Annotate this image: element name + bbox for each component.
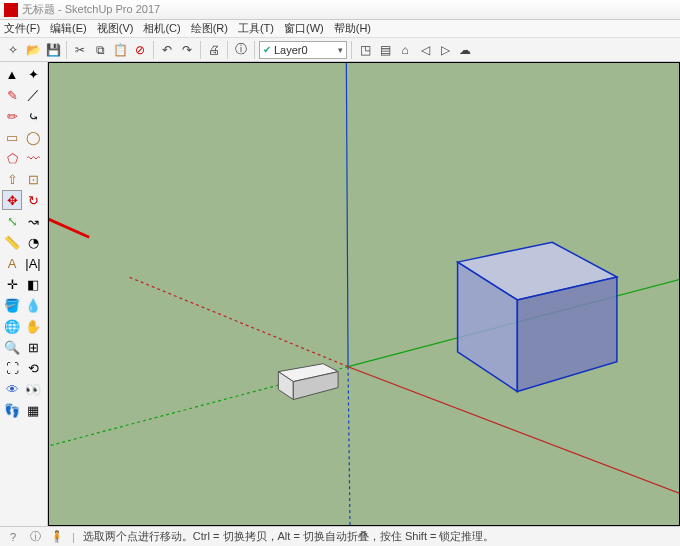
circle-tool[interactable]: ◯ [23,127,43,147]
print-icon[interactable]: 🖨 [205,41,223,59]
separator [254,41,255,59]
help-icon[interactable]: ? [6,531,20,543]
status-hint: 选取两个点进行移动。Ctrl = 切换拷贝，Alt = 切换自动折叠，按住 Sh… [83,529,495,544]
dimension-tool[interactable]: |A| [23,253,43,273]
status-bar: ? ⓘ 🧍 | 选取两个点进行移动。Ctrl = 切换拷贝，Alt = 切换自动… [0,526,680,546]
status-separator: | [72,531,75,543]
pushpull-tool[interactable]: ⇧ [2,169,22,189]
model-info-icon[interactable]: ⓘ [232,41,250,59]
scale-tool[interactable]: ⤡ [2,211,22,231]
menu-camera[interactable]: 相机(C) [143,21,180,36]
text-tool[interactable]: A [2,253,22,273]
pan-tool[interactable]: ✋ [23,316,43,336]
check-icon: ✔ [263,44,271,55]
chevron-down-icon: ▾ [338,45,343,55]
axes-tool[interactable]: ✛ [2,274,22,294]
protractor-tool[interactable]: ◔ [23,232,43,252]
house-icon[interactable]: ⌂ [396,41,414,59]
zoom-extents-tool[interactable]: ⛶ [2,358,22,378]
warehouse-icon[interactable]: ☁ [456,41,474,59]
small-box-model[interactable] [278,364,338,400]
freehand-tool[interactable]: 〰 [23,148,43,168]
separator [153,41,154,59]
svg-line-1 [348,367,350,525]
main-area: ▲ ✦ ✎ ／ ✏ ⤿ ▭ ◯ ⬠ 〰 ⇧ ⊡ ✥ ↻ ⤡ ↝ 📏 ◔ A |A… [0,62,680,526]
tape-tool[interactable]: 📏 [2,232,22,252]
arc-tool[interactable]: ⤿ [23,106,43,126]
eraser-tool[interactable]: ✎ [2,85,22,105]
rectangle-tool[interactable]: ▭ [2,127,22,147]
title-bar: 无标题 - SketchUp Pro 2017 [0,0,680,20]
look-around-tool[interactable]: 👀 [23,379,43,399]
undo-icon[interactable]: ↶ [158,41,176,59]
geo-icon[interactable]: 🧍 [50,530,64,543]
position-camera-tool[interactable]: 👁 [2,379,22,399]
separator [66,41,67,59]
line-tool[interactable]: ／ [23,85,43,105]
selected-cube-model[interactable] [458,242,617,391]
top-toolbar: ✧ 📂 💾 ✂ ⧉ 📋 ⊘ ↶ ↷ 🖨 ⓘ ✔ Layer0 ▾ ◳ ▤ ⌂ ◁… [0,38,680,62]
select-tool[interactable]: ▲ [2,64,22,84]
separator [200,41,201,59]
rotate-tool[interactable]: ↻ [23,190,43,210]
viewport[interactable] [48,62,680,526]
component-icon[interactable]: ◳ [356,41,374,59]
app-icon [4,3,18,17]
menu-draw[interactable]: 绘图(R) [191,21,228,36]
menu-tools[interactable]: 工具(T) [238,21,274,36]
offset-tool[interactable]: ⊡ [23,169,43,189]
paste-icon[interactable]: 📋 [111,41,129,59]
menu-window[interactable]: 窗口(W) [284,21,324,36]
paint-tool[interactable]: 🪣 [2,295,22,315]
menu-help[interactable]: 帮助(H) [334,21,371,36]
move-tool[interactable]: ✥ [2,190,22,210]
outliner-icon[interactable]: ▤ [376,41,394,59]
orbit-tool[interactable]: 🌐 [2,316,22,336]
menu-edit[interactable]: 编辑(E) [50,21,87,36]
layer-current: Layer0 [274,44,308,56]
zoom-window-tool[interactable]: ⊞ [23,337,43,357]
save-icon[interactable]: 💾 [44,41,62,59]
sample-tool[interactable]: 💧 [23,295,43,315]
left-toolbar: ▲ ✦ ✎ ／ ✏ ⤿ ▭ ◯ ⬠ 〰 ⇧ ⊡ ✥ ↻ ⤡ ↝ 📏 ◔ A |A… [0,62,48,526]
redo-icon[interactable]: ↷ [178,41,196,59]
separator [351,41,352,59]
copy-icon[interactable]: ⧉ [91,41,109,59]
layer-dropdown[interactable]: ✔ Layer0 ▾ [259,41,347,59]
polygon-tool[interactable]: ⬠ [2,148,22,168]
svg-line-4 [129,277,348,367]
followme-tool[interactable]: ↝ [23,211,43,231]
walk-tool[interactable]: 👣 [2,400,22,420]
previous-view-tool[interactable]: ⟲ [23,358,43,378]
info-icon[interactable]: ⓘ [28,529,42,544]
section-tool[interactable]: ◧ [23,274,43,294]
separator [227,41,228,59]
next-scene-icon[interactable]: ▷ [436,41,454,59]
zoom-tool[interactable]: 🔍 [2,337,22,357]
component-tool[interactable]: ✦ [23,64,43,84]
menu-file[interactable]: 文件(F) [4,21,40,36]
pencil-tool[interactable]: ✏ [2,106,22,126]
new-icon[interactable]: ✧ [4,41,22,59]
prev-scene-icon[interactable]: ◁ [416,41,434,59]
menu-view[interactable]: 视图(V) [97,21,134,36]
window-title: 无标题 - SketchUp Pro 2017 [22,2,160,17]
delete-icon[interactable]: ⊘ [131,41,149,59]
svg-line-0 [346,63,348,367]
section-plane-tool[interactable]: ▦ [23,400,43,420]
open-icon[interactable]: 📂 [24,41,42,59]
menu-bar: 文件(F) 编辑(E) 视图(V) 相机(C) 绘图(R) 工具(T) 窗口(W… [0,20,680,38]
svg-line-6 [49,217,89,237]
cut-icon[interactable]: ✂ [71,41,89,59]
